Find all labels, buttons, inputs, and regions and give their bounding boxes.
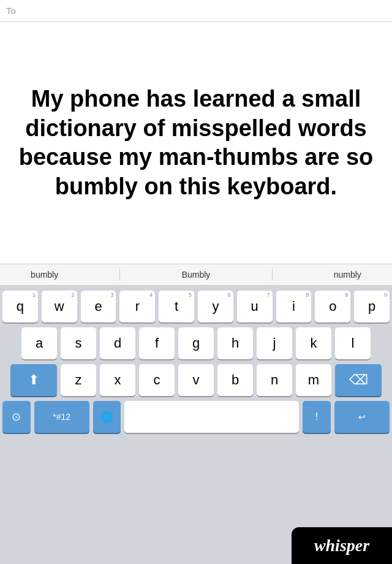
key-v[interactable]: v: [178, 364, 214, 396]
key-l[interactable]: l: [335, 327, 371, 359]
num-hint-6: 6: [228, 292, 231, 298]
key-b[interactable]: b: [217, 364, 253, 396]
key-return[interactable]: ↩: [334, 401, 390, 433]
num-hint-9: 9: [345, 292, 348, 298]
key-d[interactable]: d: [100, 327, 135, 359]
key-f[interactable]: f: [139, 327, 175, 359]
to-bar: To: [0, 0, 392, 22]
key-x[interactable]: x: [100, 364, 135, 396]
main-text-area: My phone has learned a small dictionary …: [0, 22, 392, 264]
key-backspace[interactable]: ⌫: [335, 364, 382, 396]
key-z[interactable]: z: [61, 364, 96, 396]
key-spacebar[interactable]: [124, 401, 299, 433]
key-globe[interactable]: 🌐: [93, 401, 121, 433]
key-g[interactable]: g: [178, 327, 214, 359]
num-hint-7: 7: [267, 292, 270, 298]
suggestion-3[interactable]: numbly: [334, 270, 361, 280]
message-area: To My phone has learned a small dictiona…: [0, 0, 392, 264]
key-num-switch[interactable]: *#12: [34, 401, 89, 433]
divider-2: [272, 269, 273, 281]
key-w[interactable]: 2 w: [42, 291, 77, 322]
key-m[interactable]: m: [296, 364, 331, 396]
key-shift[interactable]: ⬆: [10, 364, 57, 396]
whisper-badge: whisper: [292, 527, 392, 564]
key-r[interactable]: 4 r: [119, 291, 155, 322]
key-y[interactable]: 6 y: [198, 291, 233, 322]
keyboard: 1 q 2 w 3 e 4 r 5 t 6 y 7 u 8 i: [0, 286, 392, 564]
to-label: To: [6, 6, 16, 16]
keyboard-row-2: a s d f g h j k l: [2, 327, 390, 359]
key-o[interactable]: 9 o: [315, 291, 350, 322]
key-e[interactable]: 3 e: [81, 291, 116, 322]
key-p[interactable]: 0 p: [354, 291, 390, 322]
num-hint-4: 4: [149, 292, 153, 298]
key-j[interactable]: j: [257, 327, 292, 359]
suggestion-2[interactable]: Bumbly: [182, 270, 211, 280]
num-hint-0: 0: [384, 292, 387, 298]
key-k[interactable]: k: [296, 327, 331, 359]
key-camera[interactable]: ⊙: [2, 401, 31, 433]
keyboard-row-4: ⊙ *#12 🌐 ! ↩: [2, 401, 390, 433]
key-c[interactable]: c: [139, 364, 175, 396]
num-hint-3: 3: [110, 292, 113, 298]
key-n[interactable]: n: [257, 364, 292, 396]
whisper-label: whisper: [314, 536, 369, 555]
suggestion-bar: bumbly Bumbly numbly: [0, 264, 392, 286]
num-hint-2: 2: [72, 292, 75, 298]
key-i[interactable]: 8 i: [276, 291, 312, 322]
key-q[interactable]: 1 q: [2, 291, 38, 322]
keyboard-row-1: 1 q 2 w 3 e 4 r 5 t 6 y 7 u 8 i: [2, 291, 390, 322]
num-hint-1: 1: [32, 292, 36, 298]
keyboard-row-3: ⬆ z x c v b n m ⌫: [2, 364, 390, 396]
divider-1: [119, 269, 120, 281]
key-s[interactable]: s: [61, 327, 96, 359]
key-h[interactable]: h: [217, 327, 253, 359]
num-switch-label: *#12: [53, 412, 70, 422]
key-exclamation[interactable]: !: [303, 401, 331, 433]
key-t[interactable]: 5 t: [159, 291, 194, 322]
key-u[interactable]: 7 u: [237, 291, 273, 322]
num-hint-5: 5: [189, 292, 192, 298]
num-hint-8: 8: [306, 292, 309, 298]
suggestion-1[interactable]: bumbly: [31, 270, 58, 280]
message-text: My phone has learned a small dictionary …: [18, 85, 374, 201]
key-a[interactable]: a: [21, 327, 57, 359]
